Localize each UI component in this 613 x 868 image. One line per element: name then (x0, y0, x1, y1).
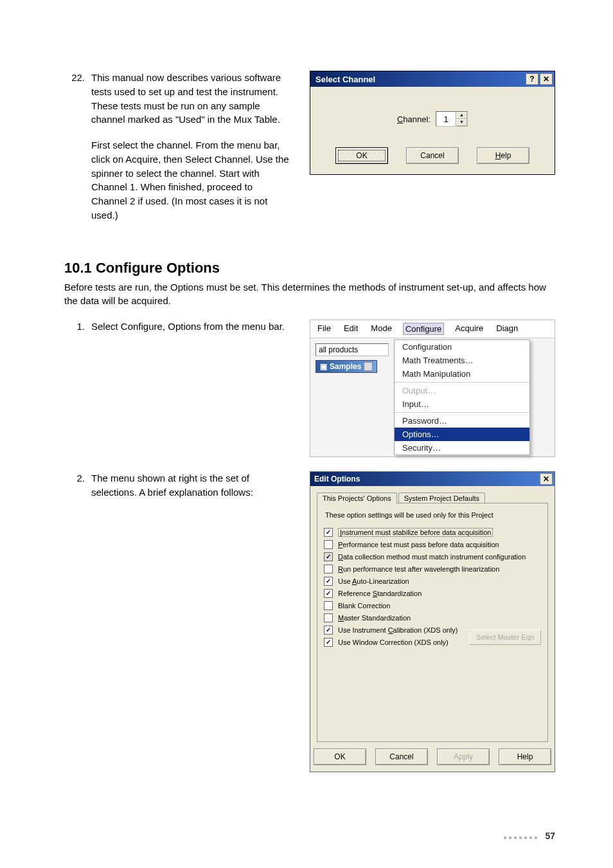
option-row: Performance test must pass before data a… (324, 540, 541, 549)
checkbox[interactable] (324, 565, 333, 574)
eo-help-button[interactable]: Help (499, 748, 551, 765)
dd-output: Output… (395, 384, 529, 397)
checkbox-label: Instrument must stabilize before data ac… (338, 529, 493, 536)
checkbox[interactable] (324, 613, 333, 622)
eo-ok-button[interactable]: OK (314, 748, 366, 765)
menu-configure[interactable]: Configure (403, 323, 444, 335)
checkbox[interactable]: ✓ (324, 638, 333, 647)
configure-dropdown: Configuration Math Treatments… Math Mani… (394, 339, 530, 455)
list22-p2: First select the channel. From the menu … (91, 138, 290, 222)
configure-menu-screenshot: File Edit Mode Configure Acquire Diagn a… (310, 320, 555, 457)
step2-number: 2. (64, 471, 85, 485)
checkbox-label: Blank Correction (338, 602, 390, 610)
channel-value[interactable] (436, 112, 456, 126)
menu-diagn[interactable]: Diagn (494, 323, 520, 335)
all-products-field[interactable]: all products (315, 343, 389, 356)
menu-mode[interactable]: Mode (369, 323, 394, 335)
samples-chip[interactable]: ▣ Samples (315, 360, 377, 373)
spin-up-icon[interactable]: ▲ (456, 112, 467, 119)
titlebar-close-button[interactable]: ✕ (540, 73, 553, 85)
edit-options-dialog: Edit Options ✕ This Projects' Options Sy… (310, 471, 555, 772)
minimize-icon[interactable] (364, 362, 373, 371)
menu-edit[interactable]: Edit (342, 323, 360, 335)
option-row: ✓Instrument must stabilize before data a… (324, 528, 541, 537)
step2-text: The menu shown at right is the set of se… (91, 471, 290, 500)
option-row: Master Standardization (324, 613, 541, 622)
checkbox[interactable]: ✓ (324, 528, 333, 537)
checkbox-label: Use Auto-Linearization (338, 577, 409, 585)
channel-label: Channel: (397, 114, 431, 124)
options-hint: These option settings will be used only … (325, 511, 541, 519)
spin-down-icon[interactable]: ▼ (456, 119, 467, 126)
checkbox-label: Use Window Correction (XDS only) (338, 638, 449, 646)
checkbox-label: Run performance test after wavelength li… (338, 565, 499, 573)
menu-acquire[interactable]: Acquire (453, 323, 485, 335)
option-row: ✓Reference Standardization (324, 589, 541, 598)
dd-options[interactable]: Options… (395, 428, 529, 441)
checkbox-label: Data collection method must match instru… (338, 553, 526, 561)
menu-file[interactable]: File (315, 323, 333, 335)
list-number-22: 22. (64, 71, 85, 85)
select-master-eqn-button: Select Master Eqn (469, 629, 541, 645)
edit-options-close-button[interactable]: ✕ (540, 473, 553, 485)
select-channel-dialog: Select Channel ? ✕ Channel: ▲ ▼ OK (310, 71, 555, 175)
checkbox[interactable] (324, 540, 333, 549)
section-intro: Before tests are run, the Options must b… (64, 280, 555, 309)
list22-p1: This manual now describes various softwa… (91, 71, 290, 127)
checkbox[interactable] (324, 601, 333, 610)
dd-input[interactable]: Input… (395, 397, 529, 411)
checkbox-label: Master Standardization (338, 614, 411, 622)
step1-number: 1. (64, 320, 85, 334)
checkbox[interactable]: ✓ (324, 552, 333, 561)
tab-this-project[interactable]: This Projects' Options (317, 493, 397, 503)
option-row: ✓Use Auto-Linearization (324, 577, 541, 586)
dd-math-manipulation[interactable]: Math Manipulation (395, 367, 529, 381)
checkbox[interactable]: ✓ (324, 589, 333, 598)
option-row: Blank Correction (324, 601, 541, 610)
option-row: ✓Data collection method must match instr… (324, 552, 541, 561)
titlebar-help-button[interactable]: ? (526, 73, 538, 85)
dd-configuration[interactable]: Configuration (395, 340, 529, 354)
dd-password[interactable]: Password… (395, 414, 529, 428)
step1-text: Select Configure, Options from the menu … (91, 320, 285, 334)
section-heading: 10.1 Configure Options (64, 260, 555, 276)
checkbox[interactable]: ✓ (324, 626, 333, 635)
checkbox-label: Reference Standardization (338, 590, 422, 597)
samples-icon: ▣ (320, 362, 327, 371)
dd-security[interactable]: Security… (395, 441, 529, 455)
eo-cancel-button[interactable]: Cancel (375, 748, 428, 765)
checkbox[interactable]: ✓ (324, 577, 333, 586)
checkbox-label: Performance test must pass before data a… (338, 541, 499, 548)
edit-options-title: Edit Options (314, 475, 360, 484)
help-button[interactable]: Help (477, 147, 529, 164)
ok-button[interactable]: OK (335, 147, 388, 164)
tab-system-defaults[interactable]: System Project Defaults (398, 493, 485, 503)
checkbox-label: Use Instrument Calibration (XDS only) (338, 626, 458, 634)
channel-spinner[interactable]: ▲ ▼ (436, 111, 468, 127)
cancel-button[interactable]: Cancel (406, 147, 459, 164)
option-row: Run performance test after wavelength li… (324, 565, 541, 574)
page-footer: 57 (502, 831, 555, 841)
dd-math-treatments[interactable]: Math Treatments… (395, 354, 529, 367)
eo-apply-button: Apply (437, 748, 490, 765)
page-number: 57 (545, 831, 555, 841)
select-channel-title: Select Channel (315, 75, 375, 84)
